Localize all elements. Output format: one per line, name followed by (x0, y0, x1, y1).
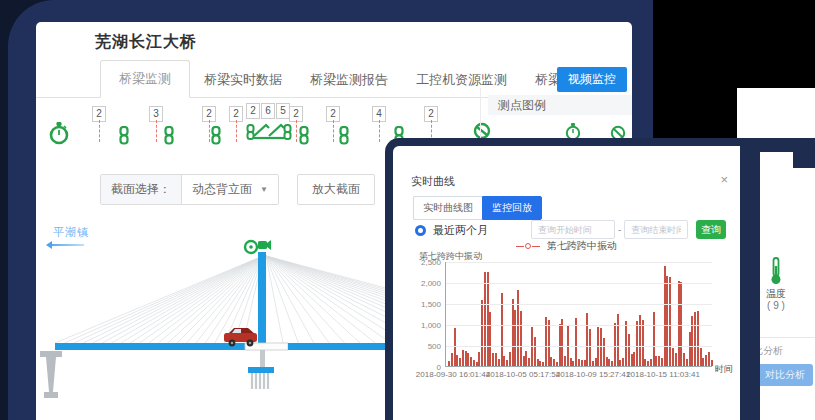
chart-bar (708, 352, 710, 366)
chart-bar (622, 358, 624, 366)
bridge-pier-piles (252, 373, 268, 389)
chart-bar (669, 277, 671, 366)
sensor-marker: 2 (289, 103, 303, 122)
main-tab-1[interactable]: 桥梁实时数据 (190, 62, 296, 98)
section-select-value: 动态背立面 (192, 181, 252, 198)
gridline (446, 283, 712, 284)
chart-bar (476, 362, 478, 366)
chart-bar (595, 358, 597, 366)
chart-bar (489, 312, 491, 366)
chart-bar (614, 323, 616, 366)
close-icon[interactable]: × (720, 173, 728, 186)
chart-bar (655, 356, 657, 367)
last-two-months-radio[interactable] (415, 225, 426, 236)
chart-bar (617, 314, 619, 367)
main-tab-3[interactable]: 工控机资源监测 (402, 62, 521, 98)
chart-bar (639, 315, 641, 366)
chart-bar (495, 353, 497, 366)
chain-icon[interactable] (298, 126, 310, 145)
chart-bar (586, 313, 588, 366)
chart-bar (633, 352, 635, 366)
legend-series-name: 第七跨跨中振动 (547, 240, 617, 251)
chart-bar (534, 337, 536, 366)
sensor-marker: 4 (372, 103, 386, 122)
chart-bar (666, 276, 668, 366)
chart-bar (664, 266, 666, 366)
chart-bar (702, 358, 704, 366)
chart-bar (697, 311, 699, 366)
query-end-time-input[interactable] (624, 220, 688, 239)
chart-bar (678, 281, 680, 366)
chart-bar (451, 353, 453, 366)
enlarge-section-button[interactable]: 放大截面 (297, 174, 375, 205)
modal-frame-corner (793, 138, 815, 168)
chart-bar (512, 299, 514, 366)
sensor-cluster: 265 (246, 103, 292, 142)
section-select-dropdown[interactable]: 动态背立面 ▼ (182, 175, 278, 204)
chart-bar (556, 362, 558, 366)
chart-bar (465, 351, 467, 366)
main-tab-0[interactable]: 桥梁监测 (100, 60, 190, 98)
sensor-dash-line (379, 120, 380, 142)
chain-icon[interactable] (163, 126, 175, 145)
chart-bar (628, 334, 630, 366)
chart-bar (570, 358, 572, 366)
chevron-down-icon: ▼ (260, 185, 268, 194)
sensor-count-badge: 6 (261, 103, 275, 119)
y-tick-label: 500 (401, 342, 441, 351)
sensor-dash-line (236, 120, 237, 142)
chart-bar (459, 358, 461, 366)
gridline (446, 262, 712, 263)
chart-bar (611, 361, 613, 366)
stopwatch-icon[interactable] (49, 122, 69, 146)
legend-panel-title: 测点图例 (488, 95, 632, 115)
chart-bar (686, 359, 688, 366)
crane-sensor-icon[interactable] (246, 122, 292, 142)
chart-bar (520, 311, 522, 366)
chain-icon[interactable] (210, 126, 222, 145)
chart-bar (625, 321, 627, 366)
chart-bar (694, 312, 696, 366)
chart-bar (528, 358, 530, 366)
chart-bar (525, 351, 527, 366)
chart-bar (537, 359, 539, 366)
query-button[interactable]: 查询 (696, 220, 726, 239)
query-start-time-input[interactable] (531, 220, 615, 239)
legend-marker-icon (516, 243, 540, 249)
sensor-dash-line (333, 120, 334, 142)
modal-title: 实时曲线 (411, 174, 455, 189)
chart-bar (572, 361, 574, 366)
chart-bar (650, 359, 652, 366)
chart-bar (467, 353, 469, 366)
bridge-deck-left (55, 343, 245, 350)
sensor-dash-line (296, 120, 297, 142)
chart-bar (509, 352, 511, 366)
chart-bar (487, 272, 489, 366)
sensor-count-badge: 2 (246, 103, 260, 119)
camera-icon[interactable] (245, 240, 271, 253)
main-tab-2[interactable]: 桥梁监测报告 (296, 62, 402, 98)
video-monitor-button[interactable]: 视频监控 (557, 67, 627, 92)
chart-bar (603, 338, 605, 366)
sensor-marker: 2 (229, 103, 243, 122)
chart-bar (636, 321, 638, 366)
realtime-curve-modal: 实时曲线 × 实时曲线图监控回放 最近两个月 - 查询 第七跨跨中振动 第七跨跨… (385, 138, 748, 420)
chart-bar (498, 359, 500, 366)
chart-bar (683, 353, 685, 366)
last-two-months-label: 最近两个月 (433, 223, 488, 238)
modal-tab-0[interactable]: 实时曲线图 (413, 196, 482, 220)
chart-bar (456, 355, 458, 366)
chart-bar (644, 359, 646, 366)
bridge-pylon (258, 252, 266, 347)
chain-icon[interactable] (118, 126, 130, 145)
compare-analysis-button[interactable]: 对比分析 (757, 364, 813, 386)
chart-bar (550, 357, 552, 366)
chart-bar (653, 312, 655, 366)
chart-bar (548, 320, 550, 366)
chart-bar (661, 358, 663, 366)
chart-bar (470, 357, 472, 366)
chart-bar (553, 359, 555, 366)
modal-tab-1[interactable]: 监控回放 (482, 196, 542, 220)
chain-icon[interactable] (338, 126, 350, 145)
sensor-dash-line (156, 120, 157, 142)
